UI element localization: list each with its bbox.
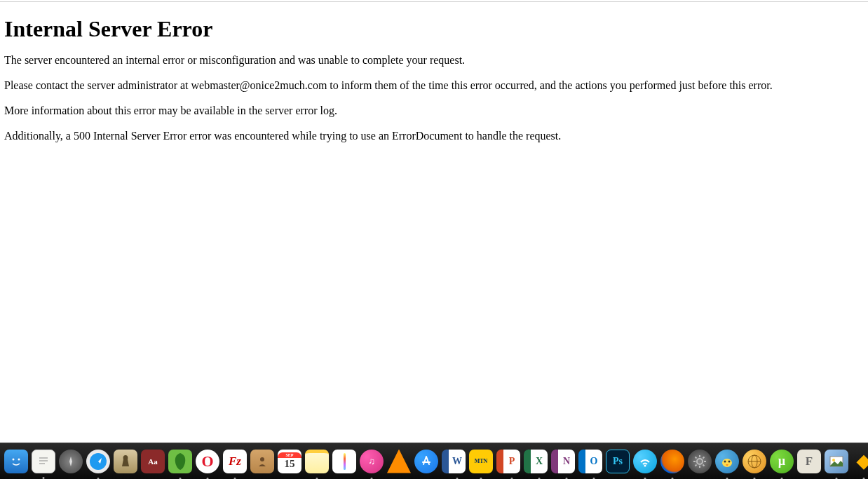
sketch-label: ◆ <box>857 450 868 472</box>
error-paragraph: Additionally, a 500 Internal Server Erro… <box>4 129 862 143</box>
dock-vlc-icon[interactable] <box>387 450 411 473</box>
dock-safari-icon[interactable] <box>86 450 110 473</box>
svg-point-24 <box>832 459 835 461</box>
dock-opera-icon[interactable]: O <box>196 450 219 473</box>
dock-photoshop-icon[interactable]: Ps <box>606 450 630 473</box>
dock-reminders-icon[interactable] <box>332 450 356 473</box>
dictionary-label: Aa <box>148 457 157 466</box>
svg-point-18 <box>724 460 726 462</box>
dock-fonts-icon[interactable]: F <box>797 450 821 473</box>
dock-powerpoint-icon[interactable]: P <box>496 450 520 473</box>
error-paragraph: The server encountered an internal error… <box>4 53 862 67</box>
dock-appstore-icon[interactable] <box>414 450 438 473</box>
svg-line-16 <box>703 457 705 458</box>
svg-point-1 <box>18 458 20 460</box>
filezilla-label: Fz <box>229 454 241 468</box>
error-page-content: Internal Server Error The server encount… <box>0 2 868 143</box>
opera-label: O <box>201 452 213 471</box>
svg-point-7 <box>644 464 646 466</box>
dock-firefox-icon[interactable] <box>660 450 684 473</box>
outlook-label: O <box>590 456 598 467</box>
dock-notes-icon[interactable] <box>305 450 329 473</box>
dock-utorrent-icon[interactable]: µ <box>770 450 794 473</box>
svg-point-0 <box>13 458 15 460</box>
utorrent-label: µ <box>778 454 785 468</box>
dock-itunes-icon[interactable]: ♫ <box>360 450 384 473</box>
calendar-month: SEP <box>278 452 301 458</box>
svg-line-15 <box>696 464 697 466</box>
dock-mtn-icon[interactable]: MTN <box>469 450 493 473</box>
dock-globe-icon[interactable] <box>742 450 766 473</box>
dock-evernote-icon[interactable] <box>168 450 192 473</box>
excel-label: X <box>536 456 543 467</box>
dock-outlook-icon[interactable]: O <box>578 450 602 473</box>
fonts-label: F <box>806 454 813 468</box>
photoshop-label: Ps <box>613 456 623 467</box>
dock-filezilla-icon[interactable]: Fz <box>223 450 247 473</box>
svg-point-8 <box>697 459 703 464</box>
dock-onenote-icon[interactable]: N <box>551 450 575 473</box>
dock-textedit-icon[interactable] <box>32 450 55 473</box>
svg-point-19 <box>728 460 731 462</box>
calendar-day: 15 <box>285 458 295 470</box>
dock-sketch-icon[interactable]: ◆ <box>852 450 868 473</box>
dock-systempref-icon[interactable] <box>688 450 712 473</box>
dock-wifi-icon[interactable] <box>633 450 657 473</box>
dock-preview-icon[interactable] <box>825 450 848 473</box>
error-paragraph: More information about this error may be… <box>4 104 862 118</box>
dock-cyberduck-icon[interactable] <box>715 450 739 473</box>
onenote-label: N <box>563 456 570 467</box>
svg-point-6 <box>260 457 264 461</box>
dock-word-icon[interactable]: W <box>442 450 466 473</box>
dock: Aa O Fz SEP 15 ♫ W MTN P X N O Ps µ F <box>0 443 868 479</box>
dock-excel-icon[interactable]: X <box>524 450 548 473</box>
word-label: W <box>452 456 462 467</box>
dock-calendar-icon[interactable]: SEP 15 <box>278 450 301 473</box>
dock-contacts-icon[interactable] <box>250 450 274 473</box>
page-heading: Internal Server Error <box>4 16 862 42</box>
dock-dictionary-icon[interactable]: Aa <box>141 450 165 473</box>
itunes-label: ♫ <box>368 456 375 467</box>
dock-finder-icon[interactable] <box>4 450 28 473</box>
dock-launchpad-icon[interactable] <box>59 450 83 473</box>
svg-line-13 <box>696 457 697 458</box>
svg-line-14 <box>703 464 705 466</box>
mtn-label: MTN <box>475 458 488 464</box>
powerpoint-label: P <box>509 456 515 467</box>
dock-chess-icon[interactable] <box>114 450 137 473</box>
error-paragraph: Please contact the server administrator … <box>4 79 862 93</box>
